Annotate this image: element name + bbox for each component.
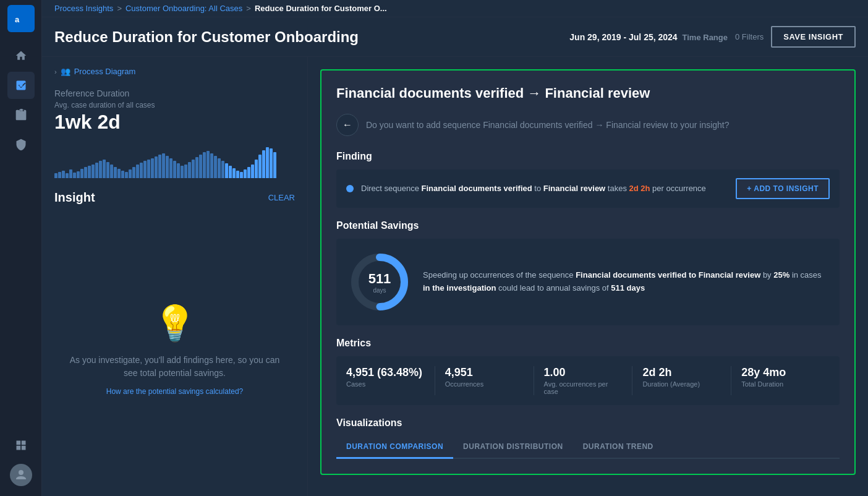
- sidebar-item-analytics[interactable]: [7, 72, 35, 99]
- finding-highlight: 2d 2h: [629, 184, 650, 193]
- metric-label: Avg. occurrences per case: [544, 380, 623, 395]
- viz-tabs: DURATION COMPARISONDURATION DISTRIBUTION…: [336, 436, 840, 459]
- metrics-grid: 4,951 (63.48%)Cases4,951Occurrences1.00A…: [336, 356, 840, 405]
- svg-text:a: a: [15, 15, 20, 24]
- lightbulb-icon: 💡: [153, 303, 197, 344]
- metric-item: 4,951 (63.48%)Cases: [346, 366, 435, 395]
- sidebar-item-home[interactable]: [7, 42, 35, 69]
- page-title: Reduce Duration for Customer Onboarding: [54, 28, 359, 46]
- insight-empty-text: As you investigate, you'll add findings …: [67, 354, 283, 380]
- metric-value: 4,951: [445, 366, 524, 379]
- detail-title: Financial documents verified → Financial…: [336, 85, 840, 101]
- finding-bold2: Financial review: [543, 184, 605, 193]
- back-row: ← Do you want to add sequence Financial …: [336, 114, 840, 136]
- finding-bold1: Financial documents verified: [422, 184, 532, 193]
- time-range: Jun 29, 2019 - Jul 25, 2024 Time Range: [569, 32, 728, 42]
- ref-duration-value: 1wk 2d: [54, 111, 295, 134]
- content-area: › 👥 Process Diagram Reference Duration A…: [42, 57, 868, 496]
- filters-badge[interactable]: 0 Filters: [735, 32, 764, 41]
- metric-value: 4,951 (63.48%): [346, 366, 425, 379]
- time-range-value: Jun 29, 2019 - Jul 25, 2024: [569, 32, 677, 42]
- ref-duration-heading: Reference Duration: [54, 88, 295, 98]
- metric-item: 2d 2hDuration (Average): [632, 366, 731, 395]
- metric-item: 28y 4moTotal Duration: [731, 366, 830, 395]
- metrics-section-label: Metrics: [336, 338, 840, 349]
- donut-value: 511: [368, 271, 391, 287]
- header-right: Jun 29, 2019 - Jul 25, 2024 Time Range 0…: [569, 26, 856, 48]
- breadcrumb-link-1[interactable]: Process Insights: [54, 4, 113, 13]
- breadcrumb-link-2[interactable]: Customer Onboarding: All Cases: [126, 4, 242, 13]
- avg-duration-label: Avg. case duration of all cases: [54, 101, 295, 109]
- savings-section-label: Potential Savings: [336, 220, 840, 231]
- time-range-label: Time Range: [683, 33, 728, 42]
- metric-value: 1.00: [544, 366, 623, 379]
- sidebar-nav: [7, 42, 35, 432]
- main-content: Process Insights > Customer Onboarding: …: [42, 0, 868, 496]
- insight-section-header: Insight CLEAR: [54, 190, 295, 205]
- detail-card: Financial documents verified → Financial…: [320, 69, 856, 475]
- insight-empty-state: 💡 As you investigate, you'll add finding…: [54, 212, 295, 486]
- metric-label: Total Duration: [741, 380, 820, 388]
- breadcrumb-sep-2: >: [246, 4, 251, 13]
- sidebar-item-grid[interactable]: [7, 432, 35, 459]
- metric-value: 28y 4mo: [741, 366, 820, 379]
- process-diagram-link[interactable]: › 👥 Process Diagram: [54, 67, 295, 76]
- right-panel: Financial documents verified → Financial…: [308, 57, 868, 496]
- viz-tab[interactable]: DURATION DISTRIBUTION: [453, 436, 573, 459]
- sidebar-bottom: [7, 432, 35, 491]
- insight-title: Insight: [54, 190, 95, 205]
- breadcrumb-current: Reduce Duration for Customer O...: [255, 4, 387, 13]
- viz-tab[interactable]: DURATION COMPARISON: [336, 436, 453, 459]
- user-avatar[interactable]: [10, 464, 32, 486]
- page-header: Reduce Duration for Customer Onboarding …: [42, 17, 868, 57]
- sidebar: a: [0, 0, 42, 496]
- duration-bar-chart: [54, 141, 295, 178]
- finding-dot-icon: [346, 185, 354, 192]
- diagram-icon: 👥: [61, 67, 70, 76]
- app-logo[interactable]: a: [7, 5, 35, 32]
- sidebar-item-data[interactable]: [7, 101, 35, 129]
- donut-unit: days: [368, 287, 391, 294]
- breadcrumb-sep-1: >: [117, 4, 122, 13]
- back-button[interactable]: ←: [336, 114, 359, 136]
- svg-point-2: [17, 82, 19, 83]
- save-insight-button[interactable]: SAVE INSIGHT: [771, 26, 856, 48]
- viz-section-label: Visualizations: [336, 417, 840, 429]
- savings-box: 511 days Speeding up occurrences of the …: [336, 239, 840, 325]
- finding-row: Direct sequence Financial documents veri…: [336, 169, 840, 208]
- add-to-insight-button[interactable]: + ADD TO INSIGHT: [736, 178, 830, 199]
- process-diagram-label: Process Diagram: [74, 67, 136, 76]
- svg-point-5: [19, 470, 23, 475]
- sidebar-item-security[interactable]: [7, 131, 35, 158]
- metric-item: 4,951Occurrences: [435, 366, 534, 395]
- left-panel: › 👥 Process Diagram Reference Duration A…: [42, 57, 308, 496]
- savings-donut: 511 days: [349, 251, 411, 313]
- breadcrumb: Process Insights > Customer Onboarding: …: [42, 0, 868, 17]
- metric-label: Occurrences: [445, 380, 524, 388]
- savings-faq-link[interactable]: How are the potential savings calculated…: [106, 387, 243, 396]
- clear-button[interactable]: CLEAR: [268, 193, 295, 202]
- metric-item: 1.00Avg. occurrences per case: [534, 366, 633, 395]
- chevron-right-icon: ›: [54, 68, 57, 75]
- finding-section-label: Finding: [336, 151, 840, 162]
- finding-text: Direct sequence Financial documents veri…: [361, 183, 728, 194]
- metric-label: Duration (Average): [642, 380, 721, 388]
- metric-label: Cases: [346, 380, 425, 388]
- metric-value: 2d 2h: [642, 366, 721, 379]
- back-question-text: Do you want to add sequence Financial do…: [366, 120, 730, 130]
- savings-description: Speeding up occurrences of the sequence …: [423, 269, 827, 295]
- viz-tab[interactable]: DURATION TREND: [573, 436, 663, 459]
